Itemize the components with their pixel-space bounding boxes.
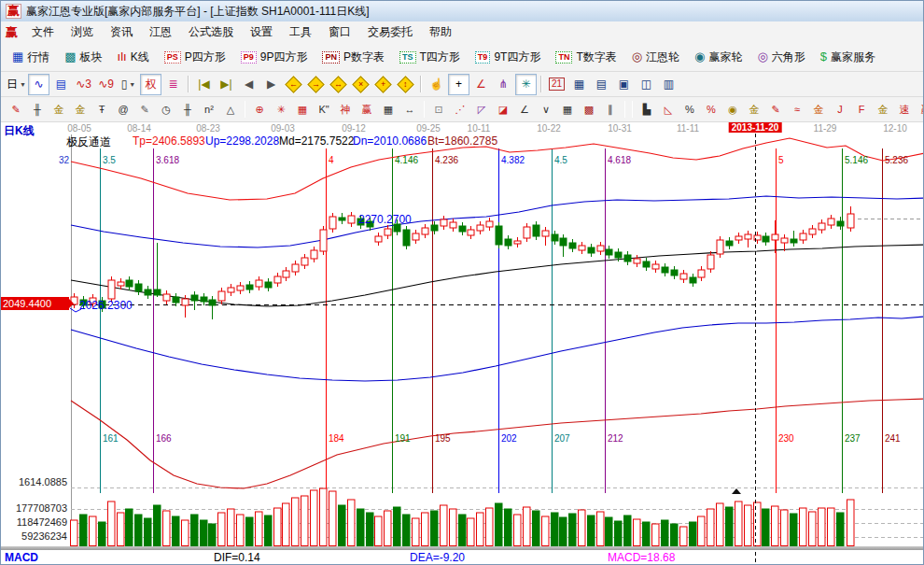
ying-corner-icon[interactable]: 赢: [916, 99, 924, 120]
menu-item-9[interactable]: 交易委托: [359, 21, 421, 43]
toolbar-gann-wheel[interactable]: ◎江恩轮: [625, 48, 686, 67]
parallel-icon[interactable]: ∥: [600, 99, 621, 120]
toolbar-service[interactable]: $赢家服务: [814, 48, 882, 67]
frame-tool-icon[interactable]: ⊡: [428, 99, 449, 120]
menu-item-6[interactable]: 设置: [242, 21, 281, 43]
notes-icon[interactable]: ▤: [591, 74, 612, 95]
zoom-all-icon[interactable]: +: [372, 74, 394, 95]
pan-hand-icon[interactable]: ☝: [426, 74, 447, 95]
ray-box-icon[interactable]: ◪: [493, 99, 513, 120]
gold-circle-icon[interactable]: ◉: [722, 99, 743, 120]
calendar-icon[interactable]: 21: [546, 74, 567, 95]
candle-style-dropdown[interactable]: ▯▼: [118, 74, 139, 95]
toolbar-quotes[interactable]: ▦行情: [6, 48, 56, 67]
toolbar-9p-square[interactable]: P99P四方形: [234, 48, 315, 67]
pan-right-icon[interactable]: →: [305, 74, 327, 95]
gold-band-icon[interactable]: 金: [808, 99, 829, 120]
candle-body: [126, 280, 133, 287]
smart-brain-icon[interactable]: ✳: [515, 74, 537, 95]
gold-section-icon[interactable]: 金: [49, 99, 69, 120]
magic-tools-icon[interactable]: ⋔: [493, 74, 514, 95]
span-measure-icon[interactable]: ↔: [399, 99, 420, 120]
calculator-icon[interactable]: ▦: [568, 74, 590, 95]
toolbar-9t-square[interactable]: T99T四方形: [469, 48, 548, 67]
crosshair-icon[interactable]: +: [448, 74, 469, 95]
f10-info-icon[interactable]: ▤: [50, 74, 72, 95]
eagle-eye-icon[interactable]: ∿: [28, 74, 49, 95]
angle-line-icon[interactable]: ∠: [514, 99, 535, 120]
menu-item-7[interactable]: 工具: [281, 21, 320, 43]
angle-measure-icon[interactable]: ∠: [470, 74, 492, 95]
percent-line-icon[interactable]: %: [701, 99, 721, 120]
angle-flag-icon[interactable]: △: [220, 99, 241, 120]
wave-9-icon[interactable]: ∿9: [95, 74, 117, 95]
kline-canvas[interactable]: [1, 122, 924, 565]
menu-item-2[interactable]: 浏览: [63, 21, 102, 43]
yingjia-tool-icon[interactable]: 赢: [357, 99, 377, 120]
toolbar-p-table[interactable]: PNP数字表: [315, 48, 391, 67]
band-stats-icon[interactable]: ▙: [637, 99, 657, 120]
wave-3-icon[interactable]: ∿3: [73, 74, 94, 95]
j-line-icon[interactable]: J: [830, 99, 850, 120]
gold-price-icon[interactable]: 金: [744, 99, 764, 120]
market-map-icon[interactable]: ◫: [636, 74, 657, 95]
menu-item-10[interactable]: 帮助: [421, 21, 460, 43]
toolbar-p-square[interactable]: PSP四方形: [158, 48, 232, 67]
gann-web-icon[interactable]: ✳: [271, 99, 291, 120]
zoom-h-icon[interactable]: ↔: [328, 74, 349, 95]
gold-angle-icon[interactable]: 金: [873, 99, 893, 120]
next-bar-icon[interactable]: ▶: [260, 74, 282, 95]
percent-icon[interactable]: %: [679, 99, 700, 120]
k-mark-icon[interactable]: K": [314, 99, 334, 120]
macd-indicator-label[interactable]: MACD: [5, 551, 38, 564]
flying-knife-icon[interactable]: ✎: [6, 99, 26, 120]
square-grid-icon[interactable]: ▦: [557, 99, 578, 120]
f-line-icon[interactable]: F: [851, 99, 872, 120]
toolbar-sectors[interactable]: ▩板块: [58, 48, 108, 67]
prev-bar-icon[interactable]: ◀: [238, 74, 259, 95]
wave-band-icon[interactable]: ≈: [787, 99, 807, 120]
chart-area[interactable]: 日K线 极反通道 Tp=2406.5893 Up=2298.2028 Md=21…: [1, 122, 923, 564]
print-icon[interactable]: ▥: [658, 74, 679, 95]
flag-pencil-icon[interactable]: ✎: [765, 99, 786, 120]
fan-box-icon[interactable]: ◸: [471, 99, 492, 120]
drawing-toolbar: ✎╫金金Ŧ@✎◷╫n²△⊕✳▦K"神赢▦↔⊡⋰◸◪∠∨▦▩∥▙◺%%◉金✎≈金J…: [1, 97, 923, 122]
grid-count-icon[interactable]: ▦: [378, 99, 399, 120]
n-square-icon[interactable]: n²: [199, 99, 219, 120]
circle-cross-icon[interactable]: ⊕: [249, 99, 270, 120]
percent-zone-icon[interactable]: ◺: [658, 99, 679, 120]
menu-item-5[interactable]: 公式选股: [180, 21, 242, 43]
rights-adjust-icon[interactable]: 权: [140, 74, 161, 95]
title-bar[interactable]: 赢 赢家江恩专业版[赢家内部服务平台] - [上证指数 SH1A0001-111…: [1, 1, 923, 22]
time-cycle-icon[interactable]: ◷: [156, 99, 176, 120]
fan-lines-icon[interactable]: ⋰: [450, 99, 470, 120]
toolbar-hexagon[interactable]: ◎六角形: [750, 48, 811, 67]
gann-box-icon[interactable]: ▦: [292, 99, 313, 120]
price-ruler-icon[interactable]: ╫: [27, 99, 48, 120]
count-ruler-icon[interactable]: ╫: [177, 99, 198, 120]
toolbar-t-square[interactable]: TST四方形: [393, 48, 467, 67]
zigzag-icon[interactable]: ∨: [536, 99, 556, 120]
menu-item-1[interactable]: 文件: [23, 21, 63, 43]
first-bar-icon[interactable]: |◀: [193, 74, 215, 95]
toolbar-winner-wheel[interactable]: ◉赢家轮: [688, 48, 749, 67]
toolbar-kline[interactable]: ılıK线: [111, 48, 156, 67]
save-icon[interactable]: ▣: [613, 74, 635, 95]
spiral-icon[interactable]: @: [113, 99, 133, 120]
pan-left-icon[interactable]: ←: [283, 74, 304, 95]
zoom-v-icon[interactable]: ↕: [395, 74, 416, 95]
gold-extend-icon[interactable]: 金: [70, 99, 91, 120]
draw-pencil-icon[interactable]: ✎: [134, 99, 155, 120]
red-grid-icon[interactable]: ▩: [579, 99, 599, 120]
shen-tool-icon[interactable]: 神: [335, 99, 356, 120]
zoom-out-icon[interactable]: ×: [350, 74, 371, 95]
toolbar-t-table[interactable]: TNT数字表: [549, 48, 623, 67]
menu-item-4[interactable]: 江恩: [141, 21, 180, 43]
last-bar-icon[interactable]: ▶|: [216, 74, 237, 95]
speed-line-icon[interactable]: 速: [894, 99, 915, 120]
period-day-dropdown[interactable]: 日▼: [6, 74, 27, 95]
volume-bars-icon[interactable]: ≣: [162, 74, 184, 95]
menu-item-8[interactable]: 窗口: [320, 21, 359, 43]
fibo-ruler-icon[interactable]: Ŧ: [91, 99, 112, 120]
menu-item-3[interactable]: 资讯: [102, 21, 141, 43]
